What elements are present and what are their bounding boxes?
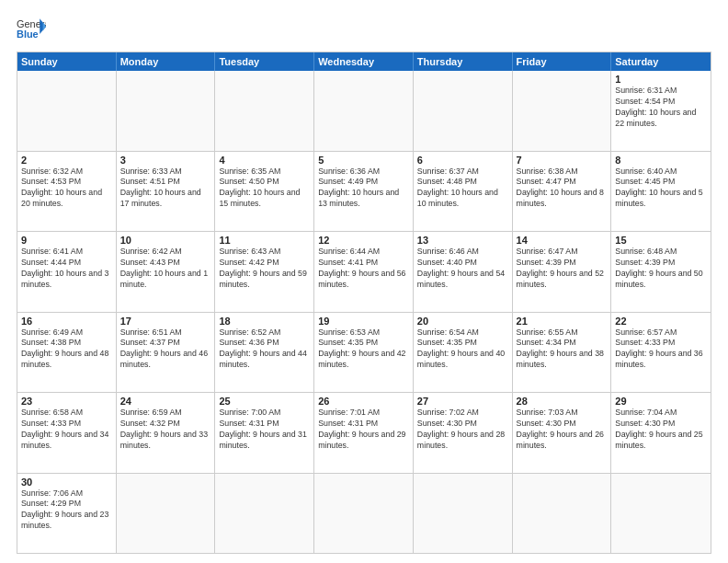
calendar-cell: 26Sunrise: 7:01 AM Sunset: 4:31 PM Dayli…	[314, 393, 414, 473]
day-info: Sunrise: 7:01 AM Sunset: 4:31 PM Dayligh…	[318, 408, 409, 452]
calendar-cell: 1Sunrise: 6:31 AM Sunset: 4:54 PM Daylig…	[611, 71, 711, 151]
day-number: 7	[517, 155, 608, 166]
day-number: 15	[615, 235, 707, 246]
day-number: 30	[21, 477, 112, 488]
day-number: 2	[21, 155, 112, 166]
calendar-cell: 27Sunrise: 7:02 AM Sunset: 4:30 PM Dayli…	[414, 393, 513, 473]
calendar-cell	[314, 71, 414, 151]
day-number: 28	[517, 396, 608, 407]
day-info: Sunrise: 6:51 AM Sunset: 4:37 PM Dayligh…	[120, 327, 211, 372]
calendar-cell: 19Sunrise: 6:53 AM Sunset: 4:35 PM Dayli…	[314, 313, 414, 393]
calendar-cell: 25Sunrise: 7:00 AM Sunset: 4:31 PM Dayli…	[215, 393, 314, 473]
weekday-header: Sunday	[17, 52, 117, 71]
calendar-cell: 12Sunrise: 6:44 AM Sunset: 4:41 PM Dayli…	[314, 232, 414, 312]
calendar-cell: 30Sunrise: 7:06 AM Sunset: 4:29 PM Dayli…	[17, 474, 117, 554]
day-number: 23	[21, 396, 112, 407]
day-number: 16	[21, 316, 112, 327]
calendar-cell: 24Sunrise: 6:59 AM Sunset: 4:32 PM Dayli…	[117, 393, 216, 473]
day-info: Sunrise: 6:49 AM Sunset: 4:38 PM Dayligh…	[21, 327, 112, 372]
day-info: Sunrise: 6:47 AM Sunset: 4:39 PM Dayligh…	[517, 247, 608, 291]
day-info: Sunrise: 7:02 AM Sunset: 4:30 PM Dayligh…	[417, 408, 508, 452]
day-info: Sunrise: 6:44 AM Sunset: 4:41 PM Dayligh…	[318, 247, 409, 291]
calendar-cell	[117, 71, 216, 151]
calendar-cell	[513, 474, 612, 554]
calendar-cell	[414, 71, 513, 151]
calendar-header: SundayMondayTuesdayWednesdayThursdayFrid…	[17, 52, 711, 71]
calendar-cell: 22Sunrise: 6:57 AM Sunset: 4:33 PM Dayli…	[611, 313, 711, 393]
calendar-row: 30Sunrise: 7:06 AM Sunset: 4:29 PM Dayli…	[17, 473, 711, 554]
logo-icon: General Blue	[17, 17, 46, 42]
day-number: 17	[120, 316, 211, 327]
calendar-row: 2Sunrise: 6:32 AM Sunset: 4:53 PM Daylig…	[17, 151, 711, 232]
day-info: Sunrise: 6:52 AM Sunset: 4:36 PM Dayligh…	[219, 327, 310, 372]
calendar: SundayMondayTuesdayWednesdayThursdayFrid…	[17, 52, 711, 554]
svg-text:Blue: Blue	[17, 29, 39, 40]
calendar-cell	[215, 71, 314, 151]
day-number: 27	[417, 396, 508, 407]
day-info: Sunrise: 7:04 AM Sunset: 4:30 PM Dayligh…	[615, 408, 707, 452]
calendar-row: 9Sunrise: 6:41 AM Sunset: 4:44 PM Daylig…	[17, 231, 711, 312]
calendar-cell: 18Sunrise: 6:52 AM Sunset: 4:36 PM Dayli…	[215, 313, 314, 393]
day-number: 8	[615, 155, 707, 166]
calendar-cell: 14Sunrise: 6:47 AM Sunset: 4:39 PM Dayli…	[513, 232, 612, 312]
weekday-header: Monday	[117, 52, 216, 71]
calendar-cell: 11Sunrise: 6:43 AM Sunset: 4:42 PM Dayli…	[215, 232, 314, 312]
calendar-cell: 16Sunrise: 6:49 AM Sunset: 4:38 PM Dayli…	[17, 313, 117, 393]
weekday-header: Thursday	[414, 52, 513, 71]
day-info: Sunrise: 6:36 AM Sunset: 4:49 PM Dayligh…	[318, 167, 409, 211]
day-number: 9	[21, 235, 112, 246]
calendar-cell: 9Sunrise: 6:41 AM Sunset: 4:44 PM Daylig…	[17, 232, 117, 312]
day-info: Sunrise: 7:03 AM Sunset: 4:30 PM Dayligh…	[517, 408, 608, 452]
page: General Blue SundayMondayTuesdayWednesda…	[0, 0, 728, 563]
calendar-cell: 17Sunrise: 6:51 AM Sunset: 4:37 PM Dayli…	[117, 313, 216, 393]
day-info: Sunrise: 7:06 AM Sunset: 4:29 PM Dayligh…	[21, 488, 112, 533]
day-number: 10	[120, 235, 211, 246]
calendar-cell: 21Sunrise: 6:55 AM Sunset: 4:34 PM Dayli…	[513, 313, 612, 393]
day-info: Sunrise: 6:43 AM Sunset: 4:42 PM Dayligh…	[219, 247, 310, 291]
calendar-cell: 8Sunrise: 6:40 AM Sunset: 4:45 PM Daylig…	[611, 152, 711, 232]
day-number: 13	[417, 235, 508, 246]
weekday-header: Friday	[513, 52, 612, 71]
calendar-body: 1Sunrise: 6:31 AM Sunset: 4:54 PM Daylig…	[17, 71, 711, 553]
day-number: 11	[219, 235, 310, 246]
day-number: 26	[318, 396, 409, 407]
day-info: Sunrise: 6:48 AM Sunset: 4:39 PM Dayligh…	[615, 247, 707, 291]
day-info: Sunrise: 6:38 AM Sunset: 4:47 PM Dayligh…	[517, 167, 608, 211]
day-number: 6	[417, 155, 508, 166]
weekday-header: Tuesday	[215, 52, 314, 71]
calendar-cell	[117, 474, 216, 554]
calendar-cell: 28Sunrise: 7:03 AM Sunset: 4:30 PM Dayli…	[513, 393, 612, 473]
day-info: Sunrise: 6:57 AM Sunset: 4:33 PM Dayligh…	[615, 327, 707, 372]
day-number: 14	[517, 235, 608, 246]
calendar-cell: 7Sunrise: 6:38 AM Sunset: 4:47 PM Daylig…	[513, 152, 612, 232]
weekday-header: Saturday	[611, 52, 711, 71]
calendar-row: 23Sunrise: 6:58 AM Sunset: 4:33 PM Dayli…	[17, 392, 711, 473]
calendar-cell: 23Sunrise: 6:58 AM Sunset: 4:33 PM Dayli…	[17, 393, 117, 473]
calendar-cell	[414, 474, 513, 554]
calendar-cell: 13Sunrise: 6:46 AM Sunset: 4:40 PM Dayli…	[414, 232, 513, 312]
day-number: 1	[615, 74, 707, 85]
day-info: Sunrise: 6:35 AM Sunset: 4:50 PM Dayligh…	[219, 167, 310, 211]
day-number: 21	[517, 316, 608, 327]
day-info: Sunrise: 7:00 AM Sunset: 4:31 PM Dayligh…	[219, 408, 310, 452]
calendar-cell: 4Sunrise: 6:35 AM Sunset: 4:50 PM Daylig…	[215, 152, 314, 232]
day-info: Sunrise: 6:54 AM Sunset: 4:35 PM Dayligh…	[417, 327, 508, 372]
calendar-cell: 29Sunrise: 7:04 AM Sunset: 4:30 PM Dayli…	[611, 393, 711, 473]
calendar-cell	[17, 71, 117, 151]
calendar-cell: 2Sunrise: 6:32 AM Sunset: 4:53 PM Daylig…	[17, 152, 117, 232]
day-number: 3	[120, 155, 211, 166]
day-number: 22	[615, 316, 707, 327]
calendar-cell	[314, 474, 414, 554]
day-info: Sunrise: 6:37 AM Sunset: 4:48 PM Dayligh…	[417, 167, 508, 211]
weekday-header: Wednesday	[314, 52, 414, 71]
day-info: Sunrise: 6:46 AM Sunset: 4:40 PM Dayligh…	[417, 247, 508, 291]
calendar-cell: 15Sunrise: 6:48 AM Sunset: 4:39 PM Dayli…	[611, 232, 711, 312]
day-number: 5	[318, 155, 409, 166]
logo: General Blue	[17, 17, 46, 42]
calendar-row: 16Sunrise: 6:49 AM Sunset: 4:38 PM Dayli…	[17, 312, 711, 393]
day-number: 18	[219, 316, 310, 327]
calendar-cell	[611, 474, 711, 554]
day-info: Sunrise: 6:53 AM Sunset: 4:35 PM Dayligh…	[318, 327, 409, 372]
calendar-cell	[513, 71, 612, 151]
calendar-cell: 5Sunrise: 6:36 AM Sunset: 4:49 PM Daylig…	[314, 152, 414, 232]
